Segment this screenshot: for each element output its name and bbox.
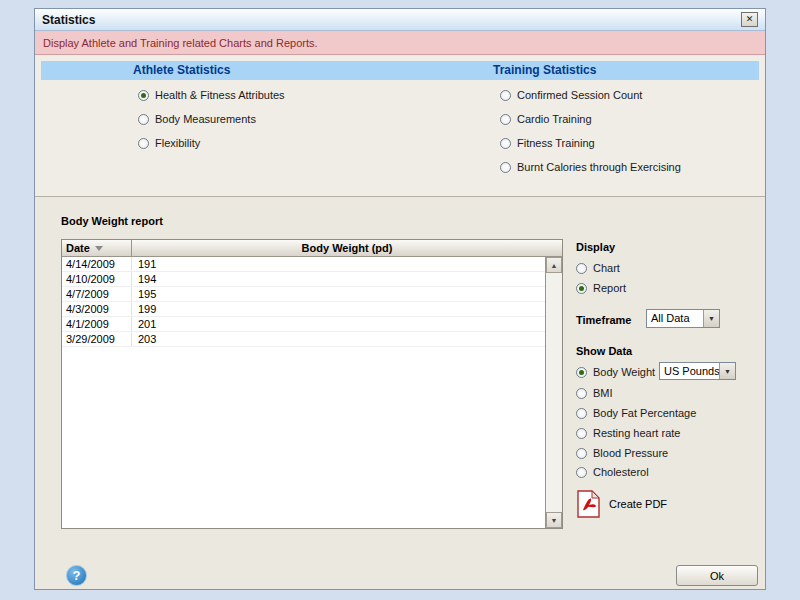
radio-icon [500, 114, 511, 125]
table-row[interactable]: 4/7/2009 195 [62, 287, 545, 302]
radio-label: Cholesterol [593, 466, 649, 478]
radio-cardio-training[interactable]: Cardio Training [500, 112, 592, 126]
radio-icon [576, 388, 587, 399]
sort-descending-icon [95, 246, 103, 251]
radio-icon [576, 283, 587, 294]
radio-icon [500, 138, 511, 149]
radio-blood-pressure[interactable]: Blood Pressure [576, 446, 668, 460]
title-bar[interactable]: Statistics ✕ [35, 9, 765, 31]
radio-fitness-training[interactable]: Fitness Training [500, 136, 595, 150]
help-icon: ? [73, 568, 81, 583]
radio-icon [576, 467, 587, 478]
radio-cholesterol[interactable]: Cholesterol [576, 465, 649, 479]
radio-label: Chart [593, 262, 620, 274]
radio-label: Report [593, 282, 626, 294]
radio-icon [138, 114, 149, 125]
close-button[interactable]: ✕ [741, 12, 758, 27]
scroll-down-button[interactable]: ▼ [546, 512, 562, 528]
radio-burnt-calories[interactable]: Burnt Calories through Exercising [500, 160, 681, 174]
date-cell: 4/14/2009 [62, 257, 132, 271]
date-cell: 4/3/2009 [62, 302, 132, 316]
radio-report[interactable]: Report [576, 281, 626, 295]
date-cell: 4/1/2009 [62, 317, 132, 331]
radio-body-fat-percentage[interactable]: Body Fat Percentage [576, 406, 696, 420]
table-row[interactable]: 3/29/2009 203 [62, 332, 545, 347]
radio-body-measurements[interactable]: Body Measurements [138, 112, 256, 126]
table-row[interactable]: 4/14/2009 191 [62, 257, 545, 272]
column-header-band: Athlete Statistics Training Statistics [41, 61, 759, 80]
radio-label: Health & Fitness Attributes [155, 89, 285, 101]
date-cell: 3/29/2009 [62, 332, 132, 346]
show-data-section-title: Show Data [576, 345, 632, 357]
radio-icon [576, 408, 587, 419]
timeframe-select[interactable]: All Data ▼ [646, 309, 720, 328]
table-rows: 4/14/2009 191 4/10/2009 194 4/7/2009 195… [62, 257, 545, 528]
radio-icon [500, 90, 511, 101]
radio-label: Burnt Calories through Exercising [517, 161, 681, 173]
radio-chart[interactable]: Chart [576, 261, 620, 275]
weight-cell: 195 [132, 287, 156, 301]
radio-health-fitness-attributes[interactable]: Health & Fitness Attributes [138, 88, 285, 102]
weight-cell: 199 [132, 302, 156, 316]
table-row[interactable]: 4/1/2009 201 [62, 317, 545, 332]
statistics-type-panel: Athlete Statistics Training Statistics H… [35, 55, 765, 197]
radio-icon [138, 90, 149, 101]
statistics-dialog: Statistics ✕ Display Athlete and Trainin… [34, 8, 766, 590]
create-pdf-button[interactable]: Create PDF [576, 490, 667, 518]
date-column-header[interactable]: Date [62, 240, 132, 256]
weight-cell: 203 [132, 332, 156, 346]
table-row[interactable]: 4/3/2009 199 [62, 302, 545, 317]
scroll-up-button[interactable]: ▲ [546, 257, 562, 273]
radio-label: Body Fat Percentage [593, 407, 696, 419]
radio-icon [138, 138, 149, 149]
dropdown-arrow-icon: ▼ [719, 363, 735, 379]
radio-label: Fitness Training [517, 137, 595, 149]
radio-icon [576, 367, 587, 378]
radio-label: Resting heart rate [593, 427, 680, 439]
athlete-statistics-header: Athlete Statistics [133, 63, 230, 77]
weight-cell: 201 [132, 317, 156, 331]
date-cell: 4/10/2009 [62, 272, 132, 286]
body-weight-column-label: Body Weight (pd) [302, 242, 393, 254]
radio-bmi[interactable]: BMI [576, 386, 613, 400]
timeframe-value: All Data [647, 310, 703, 327]
vertical-scrollbar[interactable]: ▲ ▼ [545, 257, 562, 528]
date-cell: 4/7/2009 [62, 287, 132, 301]
radio-icon [576, 428, 587, 439]
radio-confirmed-session-count[interactable]: Confirmed Session Count [500, 88, 642, 102]
weight-cell: 194 [132, 272, 156, 286]
radio-icon [500, 162, 511, 173]
ok-button[interactable]: Ok [676, 565, 758, 586]
radio-label: Flexibility [155, 137, 200, 149]
radio-label: BMI [593, 387, 613, 399]
window-title: Statistics [42, 13, 95, 27]
radio-label: Body Weight [593, 366, 655, 378]
radio-resting-heart-rate[interactable]: Resting heart rate [576, 426, 680, 440]
radio-label: Confirmed Session Count [517, 89, 642, 101]
table-body: 4/14/2009 191 4/10/2009 194 4/7/2009 195… [62, 257, 562, 528]
pdf-icon [576, 490, 601, 518]
radio-label: Blood Pressure [593, 447, 668, 459]
weight-cell: 191 [132, 257, 156, 271]
unit-select[interactable]: US Pounds ▼ [659, 362, 736, 380]
dropdown-arrow-icon: ▼ [703, 310, 719, 327]
help-button[interactable]: ? [66, 565, 87, 586]
info-banner: Display Athlete and Training related Cha… [35, 31, 765, 55]
radio-flexibility[interactable]: Flexibility [138, 136, 200, 150]
desktop-background: Statistics ✕ Display Athlete and Trainin… [0, 0, 800, 600]
radio-body-weight[interactable]: Body Weight [576, 365, 655, 379]
info-banner-text: Display Athlete and Training related Cha… [43, 37, 318, 49]
report-title: Body Weight report [61, 215, 163, 227]
display-section-title: Display [576, 241, 615, 253]
training-statistics-header: Training Statistics [493, 63, 596, 77]
table-header-row: Date Body Weight (pd) [62, 240, 562, 257]
radio-label: Body Measurements [155, 113, 256, 125]
create-pdf-label: Create PDF [609, 498, 667, 510]
body-weight-column-header[interactable]: Body Weight (pd) [132, 240, 562, 256]
table-row[interactable]: 4/10/2009 194 [62, 272, 545, 287]
ok-button-label: Ok [710, 570, 724, 582]
date-column-label: Date [66, 242, 90, 254]
radio-label: Cardio Training [517, 113, 592, 125]
radio-icon [576, 263, 587, 274]
unit-value: US Pounds [660, 363, 719, 379]
